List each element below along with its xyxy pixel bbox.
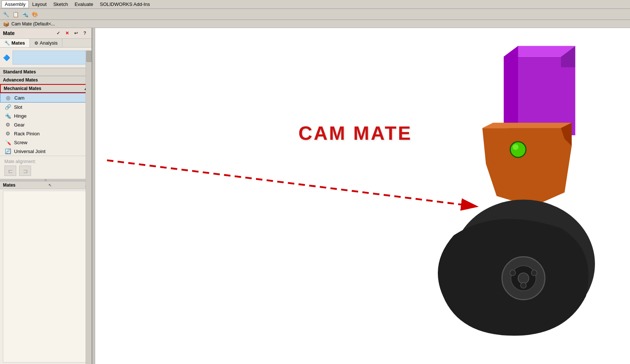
standard-mates-header[interactable]: Standard Mates ⌄ xyxy=(0,68,91,76)
menu-layout[interactable]: Layout xyxy=(29,0,50,8)
mate-item-slot[interactable]: 🔗 Slot xyxy=(0,103,91,111)
analysis-tab-icon: ⚙ xyxy=(34,41,38,46)
tab-analysis[interactable]: ⚙ Analysis xyxy=(30,39,62,47)
cam-icon: ◎ xyxy=(5,95,11,101)
menu-evaluate[interactable]: Evaluate xyxy=(71,0,97,8)
svg-point-9 xyxy=(513,144,519,150)
dashed-arrow xyxy=(107,160,479,207)
selection-icon: 🔷 xyxy=(3,54,10,61)
main-layout: Mate ✓ ✕ ↩ ? 🔧 Mates ⚙ Analysis 🔷 xyxy=(0,28,630,364)
svg-point-12 xyxy=(511,266,536,291)
universal-joint-icon: 🔄 xyxy=(4,148,11,154)
mate-item-rack-pinion[interactable]: ⚙ Rack Pinion xyxy=(0,129,91,138)
mate-align-icons: ⊏ ⊐ xyxy=(4,166,87,176)
viewport-svg xyxy=(95,28,630,364)
panel-title: Mate xyxy=(3,30,15,36)
selection-box[interactable] xyxy=(13,51,89,65)
gear-icon: ⚙ xyxy=(4,122,11,128)
slot-label: Slot xyxy=(14,104,22,110)
selection-area: 🔷 xyxy=(0,48,91,68)
svg-point-10 xyxy=(452,200,595,328)
screw-label: Screw xyxy=(14,140,27,145)
svg-marker-4 xyxy=(504,46,518,124)
panel-undo-btn[interactable]: ↩ xyxy=(72,30,80,37)
svg-point-13 xyxy=(518,273,529,284)
title-bar: 📦 Cam Mate (Default<... xyxy=(0,20,630,28)
svg-point-8 xyxy=(510,142,526,157)
mate-alignment-area: Mate alignment: ⊏ ⊐ xyxy=(0,156,91,179)
mate-alignment-label: Mate alignment: xyxy=(4,159,36,164)
mates-section-header[interactable]: Mates ↖ ▲ xyxy=(0,181,91,189)
panel-header: Mate ✓ ✕ ↩ ? xyxy=(0,28,91,39)
panel-header-actions: ✓ ✕ ↩ ? xyxy=(55,30,89,37)
advanced-mates-header[interactable]: Advanced Mates ⌄ xyxy=(0,76,91,84)
mechanical-mates-label: Mechanical Mates xyxy=(4,86,41,91)
hinge-icon: 🔩 xyxy=(4,113,11,119)
mates-list-area xyxy=(3,191,89,363)
svg-marker-5 xyxy=(482,128,572,207)
svg-point-15 xyxy=(531,270,537,276)
mate-item-universal-joint[interactable]: 🔄 Universal Joint xyxy=(0,147,91,156)
menu-sketch[interactable]: Sketch xyxy=(50,0,71,8)
rack-pinion-icon: ⚙ xyxy=(4,131,11,136)
cursor-icon: ↖ xyxy=(48,183,52,188)
mates-section: Mates ↖ ▲ xyxy=(0,181,91,364)
mate-items-list: ◎ Cam 🔗 Slot 🔩 Hinge ⚙ Gear ⚙ Rack Pinio… xyxy=(0,93,91,156)
svg-marker-1 xyxy=(504,57,575,135)
toolbar-btn-2[interactable]: 📋 xyxy=(11,10,20,19)
svg-marker-7 xyxy=(561,123,572,146)
panel-help-btn[interactable]: ? xyxy=(81,30,89,37)
menu-bar: Assembly Layout Sketch Evaluate SOLIDWOR… xyxy=(0,0,630,9)
hinge-label: Hinge xyxy=(14,113,27,119)
universal-joint-label: Universal Joint xyxy=(14,149,45,154)
svg-marker-2 xyxy=(504,46,575,56)
cam-mate-label: CAM MATE xyxy=(298,122,412,144)
document-title: Cam Mate (Default<... xyxy=(11,21,55,27)
scrollbar-thumb[interactable] xyxy=(86,51,91,62)
mate-item-cam[interactable]: ◎ Cam xyxy=(0,93,91,103)
toolbar-btn-1[interactable]: 🔧 xyxy=(1,10,10,19)
cam-label: Cam xyxy=(14,95,24,101)
svg-marker-3 xyxy=(561,46,575,67)
menu-addins[interactable]: SOLIDWORKS Add-Ins xyxy=(97,0,153,8)
gear-label: Gear xyxy=(14,122,25,128)
left-panel: Mate ✓ ✕ ↩ ? 🔧 Mates ⚙ Analysis 🔷 xyxy=(0,28,92,364)
screw-icon: 🪛 xyxy=(4,139,11,145)
panel-tabs: 🔧 Mates ⚙ Analysis xyxy=(0,39,91,48)
panel-resize-handle[interactable] xyxy=(92,28,95,364)
toolbar-btn-4[interactable]: 🎨 xyxy=(30,10,39,19)
mates-section-label: Mates xyxy=(3,183,15,188)
tab-mates-label: Mates xyxy=(11,40,25,46)
mate-item-hinge[interactable]: 🔩 Hinge xyxy=(0,111,91,120)
slot-icon: 🔗 xyxy=(4,104,11,110)
viewport: CAM MATE xyxy=(95,28,630,364)
rack-pinion-label: Rack Pinion xyxy=(14,131,39,136)
toolbar: 🔧 📋 🔩 🎨 xyxy=(0,9,630,20)
align-btn-1[interactable]: ⊏ xyxy=(4,166,16,176)
panel-check-btn[interactable]: ✓ xyxy=(55,30,62,37)
svg-point-14 xyxy=(510,270,516,276)
standard-mates-label: Standard Mates xyxy=(3,69,36,74)
mechanical-mates-header[interactable]: Mechanical Mates ▲ xyxy=(0,84,91,93)
tab-analysis-label: Analysis xyxy=(40,40,58,46)
mates-tab-icon: 🔧 xyxy=(4,41,10,46)
advanced-mates-label: Advanced Mates xyxy=(3,77,38,83)
mate-item-screw[interactable]: 🪛 Screw xyxy=(0,138,91,147)
mate-item-gear[interactable]: ⚙ Gear xyxy=(0,120,91,129)
menu-assembly[interactable]: Assembly xyxy=(1,0,29,8)
align-btn-2[interactable]: ⊐ xyxy=(19,166,31,176)
svg-point-16 xyxy=(520,282,526,288)
panel-scrollbar[interactable] xyxy=(86,50,91,364)
toolbar-btn-3[interactable]: 🔩 xyxy=(21,10,30,19)
svg-point-11 xyxy=(502,257,545,299)
tab-mates[interactable]: 🔧 Mates xyxy=(0,39,30,47)
svg-marker-6 xyxy=(482,123,572,128)
panel-close-btn[interactable]: ✕ xyxy=(63,30,71,37)
